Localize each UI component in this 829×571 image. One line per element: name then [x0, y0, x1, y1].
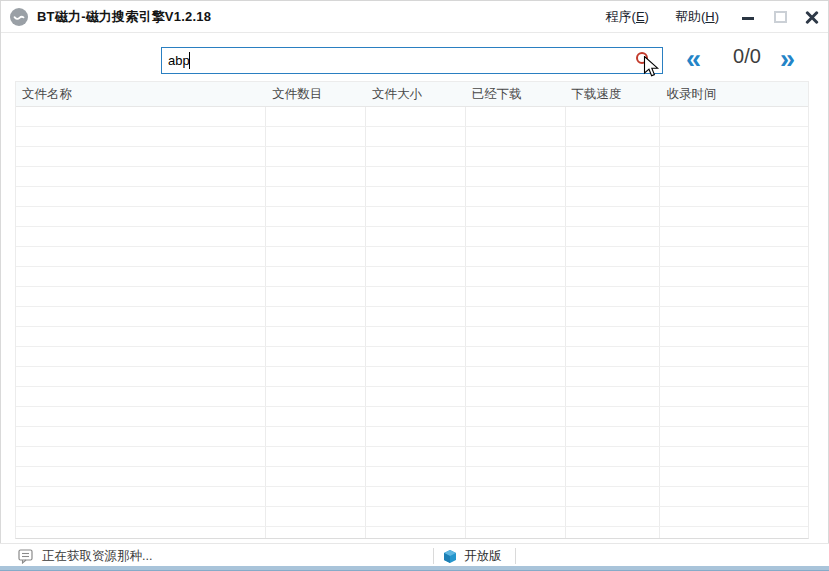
table-cell: [466, 167, 566, 186]
table-cell: [16, 207, 266, 226]
app-window: BT磁力-磁力搜索引擎V1.2.18 程序(E) 帮助(H) « 0/0 » 文…: [0, 0, 829, 571]
table-cell: [16, 387, 266, 406]
table-cell: [466, 507, 566, 526]
table-cell: [660, 127, 808, 146]
table-cell: [660, 467, 808, 486]
table-cell: [660, 487, 808, 506]
table-cell: [466, 467, 566, 486]
table-cell: [366, 247, 466, 266]
table-cell: [266, 527, 366, 539]
menu-help-label-end: ): [715, 9, 719, 24]
table-row: [16, 227, 808, 247]
table-cell: [566, 367, 661, 386]
table-row: [16, 427, 808, 447]
table-cell: [16, 187, 266, 206]
table-cell: [660, 247, 808, 266]
table-cell: [660, 407, 808, 426]
edition-label: 开放版: [464, 548, 502, 565]
table-cell: [660, 507, 808, 526]
table-header-row: 文件名称文件数目文件大小已经下载下载速度收录时间: [16, 82, 808, 107]
minimize-icon: [742, 17, 754, 20]
table-cell: [466, 107, 566, 126]
table-cell: [266, 347, 366, 366]
search-icon[interactable]: [636, 52, 648, 64]
table-cell: [566, 287, 661, 306]
table-row: [16, 307, 808, 327]
menu-program[interactable]: 程序(E): [593, 1, 662, 32]
menu-program-label-end: ): [645, 9, 649, 24]
table-cell: [660, 367, 808, 386]
table-cell: [266, 227, 366, 246]
table-cell: [466, 327, 566, 346]
table-cell: [366, 147, 466, 166]
table-row: [16, 267, 808, 287]
table-cell: [16, 247, 266, 266]
table-body: [16, 107, 808, 539]
table-cell: [16, 327, 266, 346]
menu-bar: 程序(E) 帮助(H): [593, 1, 828, 32]
table-cell: [566, 347, 661, 366]
table-cell: [266, 307, 366, 326]
table-cell: [466, 147, 566, 166]
table-cell: [266, 127, 366, 146]
table-cell: [660, 347, 808, 366]
table-cell: [16, 147, 266, 166]
table-row: [16, 127, 808, 147]
search-input[interactable]: [161, 47, 663, 74]
table-cell: [366, 387, 466, 406]
table-cell: [366, 527, 466, 539]
table-cell: [566, 447, 661, 466]
column-header-4[interactable]: 已经下载: [466, 82, 566, 106]
table-cell: [566, 467, 661, 486]
table-cell: [266, 407, 366, 426]
table-cell: [16, 287, 266, 306]
table-cell: [566, 207, 661, 226]
table-cell: [16, 507, 266, 526]
column-header-1[interactable]: 文件名称: [16, 82, 266, 106]
table-cell: [566, 187, 661, 206]
table-cell: [466, 367, 566, 386]
table-cell: [366, 507, 466, 526]
table-cell: [266, 107, 366, 126]
table-cell: [16, 127, 266, 146]
table-cell: [566, 107, 661, 126]
table-cell: [566, 227, 661, 246]
table-cell: [466, 287, 566, 306]
table-cell: [16, 107, 266, 126]
table-cell: [16, 447, 266, 466]
table-cell: [566, 507, 661, 526]
table-row: [16, 527, 808, 539]
table-cell: [660, 187, 808, 206]
table-cell: [660, 147, 808, 166]
table-cell: [660, 107, 808, 126]
column-header-2[interactable]: 文件数目: [266, 82, 366, 106]
table-row: [16, 207, 808, 227]
close-button[interactable]: [796, 1, 828, 32]
table-cell: [366, 167, 466, 186]
next-page-button[interactable]: »: [780, 41, 795, 77]
prev-page-button[interactable]: «: [686, 41, 701, 77]
menu-help-key: H: [705, 9, 714, 24]
table-row: [16, 487, 808, 507]
table-cell: [266, 507, 366, 526]
minimize-button[interactable]: [732, 1, 764, 32]
menu-help-label: 帮助(: [675, 9, 705, 24]
table-cell: [266, 447, 366, 466]
column-header-3[interactable]: 文件大小: [366, 82, 466, 106]
menu-help[interactable]: 帮助(H): [662, 1, 732, 32]
menu-program-label: 程序(: [606, 9, 636, 24]
table-cell: [660, 267, 808, 286]
table-cell: [466, 527, 566, 539]
table-row: [16, 347, 808, 367]
statusbar-divider: [433, 548, 434, 564]
edition-badge[interactable]: 开放版: [443, 544, 502, 568]
table-cell: [366, 267, 466, 286]
column-header-6[interactable]: 收录时间: [660, 82, 808, 106]
table-cell: [266, 187, 366, 206]
maximize-button[interactable]: [764, 1, 796, 32]
table-cell: [366, 447, 466, 466]
column-header-5[interactable]: 下载速度: [566, 82, 661, 106]
table-cell: [660, 387, 808, 406]
table-cell: [566, 327, 661, 346]
table-cell: [16, 427, 266, 446]
